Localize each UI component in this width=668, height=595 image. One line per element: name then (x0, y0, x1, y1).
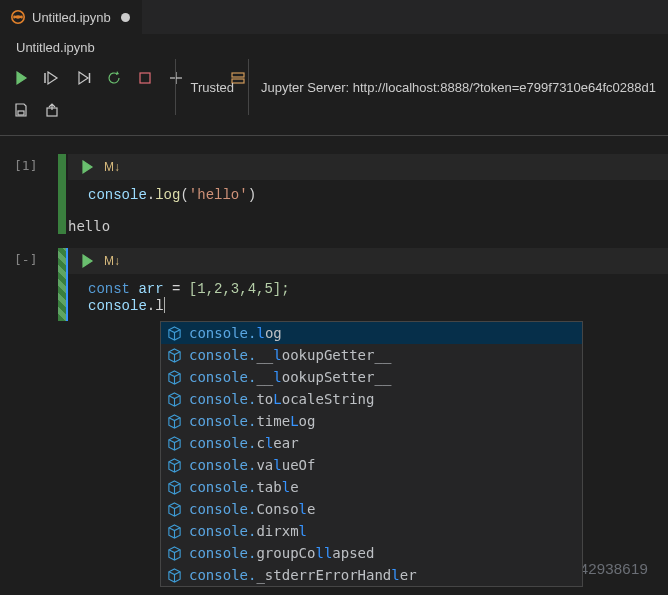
symbol-icon (167, 392, 182, 407)
cell-output: hello (66, 210, 668, 234)
suggest-label: console.timeLog (189, 413, 315, 429)
suggest-item[interactable]: console.log (161, 322, 582, 344)
run-cell-icon[interactable] (78, 154, 96, 180)
breadcrumb: Untitled.ipynb (0, 35, 668, 59)
symbol-icon (167, 414, 182, 429)
suggest-label: console.log (189, 325, 282, 341)
tab-title: Untitled.ipynb (32, 10, 111, 25)
notebook-toolbar: Trusted Jupyter Server: http://localhost… (0, 59, 668, 136)
code-cell[interactable]: [-] M↓ const arr = [1,2,3,4,5]; console.… (14, 248, 668, 321)
text-cursor (164, 297, 165, 313)
suggest-label: console.__lookupSetter__ (189, 369, 391, 385)
code-token: 'hello' (189, 187, 248, 203)
suggest-label: console._stderrErrorHandler (189, 567, 417, 583)
jupyter-server-indicator[interactable]: Jupyter Server: http://localhost:8888/?t… (248, 59, 668, 115)
suggest-item[interactable]: console.dirxml (161, 520, 582, 542)
notebook-status-bar: Trusted Jupyter Server: http://localhost… (175, 59, 668, 115)
suggest-item[interactable]: console.timeLog (161, 410, 582, 432)
symbol-icon (167, 326, 182, 341)
suggest-item[interactable]: console.toLocaleString (161, 388, 582, 410)
symbol-icon (167, 480, 182, 495)
step-button[interactable] (68, 65, 98, 91)
svg-rect-4 (140, 73, 150, 83)
cell-prompt: [-] (14, 248, 58, 321)
symbol-icon (167, 502, 182, 517)
code-token: l (155, 298, 163, 314)
cell-status-stripe (58, 154, 66, 234)
suggest-item[interactable]: console.clear (161, 432, 582, 454)
restart-kernel-button[interactable] (99, 65, 129, 91)
modified-dot-icon (121, 13, 130, 22)
cell-editor[interactable]: const arr = [1,2,3,4,5]; console.l (66, 274, 668, 321)
symbol-icon (167, 546, 182, 561)
suggest-item[interactable]: console.Console (161, 498, 582, 520)
suggest-item[interactable]: console._stderrErrorHandler (161, 564, 582, 586)
markdown-toggle[interactable]: M↓ (104, 160, 120, 174)
suggest-label: console.toLocaleString (189, 391, 374, 407)
suggest-item[interactable]: console.__lookupSetter__ (161, 366, 582, 388)
intellisense-popup[interactable]: console.logconsole.__lookupGetter__conso… (160, 321, 583, 587)
suggest-label: console.groupCollapsed (189, 545, 374, 561)
cell-editor[interactable]: console.log('hello') (66, 180, 668, 210)
interrupt-button[interactable] (130, 65, 160, 91)
jupyter-icon (10, 9, 26, 25)
symbol-icon (167, 458, 182, 473)
suggest-label: console.clear (189, 435, 299, 451)
symbol-icon (167, 436, 182, 451)
suggest-item[interactable]: console.groupCollapsed (161, 542, 582, 564)
markdown-toggle[interactable]: M↓ (104, 254, 120, 268)
tab-bar: Untitled.ipynb (0, 0, 668, 35)
run-cell-icon[interactable] (78, 248, 96, 274)
svg-rect-9 (18, 111, 24, 115)
notebook-body: [1] M↓ console.log('hello') hello [-] (0, 136, 668, 321)
save-button[interactable] (6, 97, 36, 123)
run-by-line-button[interactable] (37, 65, 67, 91)
symbol-icon (167, 370, 182, 385)
export-button[interactable] (37, 97, 67, 123)
code-token: console (88, 187, 147, 203)
code-token: const (88, 281, 130, 297)
suggest-label: console.__lookupGetter__ (189, 347, 391, 363)
symbol-icon (167, 568, 182, 583)
cell-status-stripe (58, 248, 66, 321)
suggest-label: console.valueOf (189, 457, 315, 473)
code-cell[interactable]: [1] M↓ console.log('hello') hello (14, 154, 668, 234)
code-token: console (88, 298, 147, 314)
symbol-icon (167, 524, 182, 539)
suggest-label: console.table (189, 479, 299, 495)
trusted-indicator[interactable]: Trusted (175, 59, 248, 115)
suggest-label: console.Console (189, 501, 315, 517)
editor-tab[interactable]: Untitled.ipynb (0, 0, 142, 34)
code-token: arr (138, 281, 163, 297)
suggest-item[interactable]: console.valueOf (161, 454, 582, 476)
breadcrumb-title[interactable]: Untitled.ipynb (16, 40, 95, 55)
suggest-item[interactable]: console.__lookupGetter__ (161, 344, 582, 366)
code-token: log (155, 187, 180, 203)
run-cell-button[interactable] (6, 65, 36, 91)
symbol-icon (167, 348, 182, 363)
cell-prompt: [1] (14, 154, 58, 234)
suggest-item[interactable]: console.table (161, 476, 582, 498)
suggest-label: console.dirxml (189, 523, 307, 539)
code-token: [1,2,3,4,5]; (189, 281, 290, 297)
